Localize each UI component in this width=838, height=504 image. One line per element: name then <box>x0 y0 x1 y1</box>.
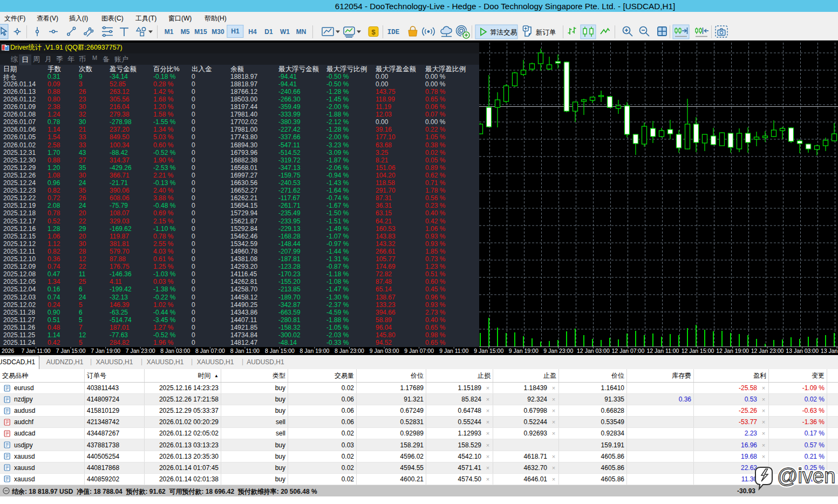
svg-text:$: $ <box>371 28 376 36</box>
svg-text:新订单: 新订单 <box>536 29 556 36</box>
svg-text:算法交易: 算法交易 <box>490 29 517 36</box>
svg-text:2026: 2026 <box>2 348 15 354</box>
svg-text:IDE: IDE <box>387 29 400 36</box>
svg-text:@iven: @iven <box>777 465 835 487</box>
svg-text:13 Jan 07:00: 13 Jan 07:00 <box>821 348 838 354</box>
